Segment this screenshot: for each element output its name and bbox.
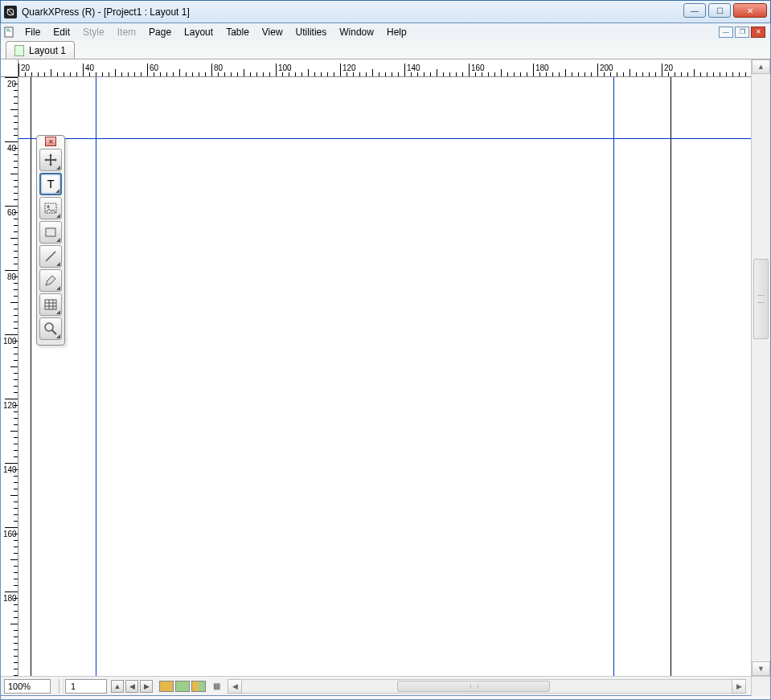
export-icon[interactable]: ▦ xyxy=(210,681,223,692)
status-bar: 100% 1 ▲ ◀ ▶ ▦ ◀ ▶ xyxy=(1,676,770,695)
margin-guide-right xyxy=(613,77,614,676)
zoom-field[interactable]: 100% xyxy=(4,679,51,694)
svg-rect-9 xyxy=(46,228,55,236)
menu-window[interactable]: Window xyxy=(333,25,380,39)
line-tool[interactable] xyxy=(39,245,62,268)
mdi-minimize-button[interactable]: — xyxy=(719,27,733,38)
menu-layout[interactable]: Layout xyxy=(178,25,219,39)
page-number-field[interactable]: 1 xyxy=(65,679,107,694)
mdi-close-button[interactable]: ✕ xyxy=(751,27,765,38)
svg-rect-5 xyxy=(6,31,11,31)
svg-rect-3 xyxy=(5,27,13,37)
menu-table[interactable]: Table xyxy=(219,25,256,39)
text-content-tool[interactable]: T xyxy=(39,173,62,195)
svg-rect-12 xyxy=(45,300,56,309)
layout-tab-active[interactable]: Layout 1 xyxy=(6,41,75,59)
zoom-tool[interactable] xyxy=(39,317,62,340)
view-mode-split-button[interactable] xyxy=(191,681,206,692)
vertical-scroll-thumb[interactable] xyxy=(753,259,769,339)
ruler-origin-corner[interactable] xyxy=(1,59,18,77)
scroll-down-button[interactable]: ▼ xyxy=(752,661,770,676)
page-next-button[interactable]: ▶ xyxy=(140,680,153,693)
svg-point-8 xyxy=(47,206,50,208)
document-icon xyxy=(2,26,15,39)
rectangle-box-tool[interactable] xyxy=(39,221,62,244)
menu-page[interactable]: Page xyxy=(142,25,178,39)
workarea: Layout 1 2040608010012014016018020020 20… xyxy=(0,40,771,696)
horizontal-ruler[interactable]: 2040608010012014016018020020 xyxy=(18,59,751,77)
item-tool[interactable] xyxy=(39,149,62,171)
window-title: QuarkXPress (R) - [Project1 : Layout 1] xyxy=(22,6,190,18)
window-bottom-edge xyxy=(0,696,771,700)
window-maximize-button[interactable]: ☐ xyxy=(708,3,731,18)
window-close-button[interactable]: ✕ xyxy=(733,3,767,18)
menu-utilities[interactable]: Utilities xyxy=(289,25,334,39)
window-titlebar: QuarkXPress (R) - [Project1 : Layout 1] … xyxy=(0,0,771,23)
vertical-ruler[interactable]: 20406080100120140160180 xyxy=(1,77,18,676)
margin-guide-top xyxy=(18,138,751,139)
menu-file[interactable]: File xyxy=(18,25,47,39)
zoom-value: 100% xyxy=(8,682,31,691)
view-mode-b-button[interactable] xyxy=(175,681,190,692)
palette-close-button[interactable]: ✕ xyxy=(45,137,56,146)
vertical-scroll-track[interactable] xyxy=(752,74,770,661)
horizontal-scrollbar[interactable]: ◀ ▶ xyxy=(228,679,746,694)
menu-style: Style xyxy=(76,25,111,39)
horizontal-scroll-thumb[interactable] xyxy=(397,681,550,692)
svg-point-17 xyxy=(45,323,53,331)
svg-rect-4 xyxy=(6,29,10,30)
page-canvas[interactable] xyxy=(18,77,751,676)
menubar: FileEditStyleItemPageLayoutTableViewUtil… xyxy=(0,23,771,40)
bezier-pen-tool[interactable] xyxy=(39,269,62,292)
table-tool[interactable] xyxy=(39,293,62,316)
mdi-restore-button[interactable]: ❐ xyxy=(735,27,749,38)
menu-view[interactable]: View xyxy=(256,25,289,39)
layout-tab-label: Layout 1 xyxy=(29,45,66,56)
window-minimize-button[interactable]: — xyxy=(683,3,706,18)
tools-palette[interactable]: ✕ T xyxy=(36,135,65,346)
menu-edit[interactable]: Edit xyxy=(47,25,76,39)
scrollbar-corner xyxy=(751,677,770,696)
scroll-up-button[interactable]: ▲ xyxy=(752,59,770,74)
page-number-value: 1 xyxy=(71,682,76,691)
scroll-left-button[interactable]: ◀ xyxy=(228,679,242,694)
page-updown-icon[interactable]: ▲ xyxy=(111,680,124,693)
menu-item: Item xyxy=(111,25,142,39)
layout-tab-strip: Layout 1 xyxy=(1,40,770,59)
page-outline xyxy=(31,77,671,676)
page-prev-button[interactable]: ◀ xyxy=(125,680,138,693)
palette-header[interactable]: ✕ xyxy=(37,136,64,147)
separator xyxy=(59,679,64,694)
page-icon xyxy=(14,45,24,56)
picture-content-tool[interactable] xyxy=(39,197,62,219)
svg-line-10 xyxy=(46,252,55,261)
svg-text:T: T xyxy=(47,177,54,190)
menu-help[interactable]: Help xyxy=(380,25,413,39)
app-icon xyxy=(4,6,17,18)
view-mode-a-button[interactable] xyxy=(159,681,174,692)
scroll-right-button[interactable]: ▶ xyxy=(732,679,746,694)
vertical-scrollbar[interactable]: ▲ ▼ xyxy=(751,59,770,676)
margin-guide-left xyxy=(96,77,96,676)
